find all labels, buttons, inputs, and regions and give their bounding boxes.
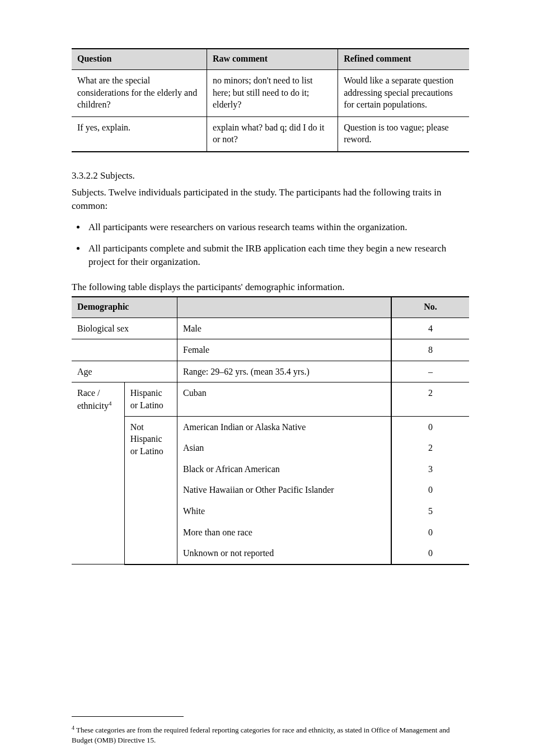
table-row: Biological sex Male 4 [72,318,469,339]
table-demographics: Demographic No. Biological sex Male 4 Fe… [72,296,469,565]
table-caption: The following table displays the partici… [72,282,469,293]
bullet-list: All participants were researchers on var… [82,221,469,269]
footnote-rule [72,716,184,717]
footnote-text: 4 These categories are from the required… [72,724,469,745]
list-item: All participants were researchers on var… [86,221,469,234]
table-comments: Question Raw comment Refined comment Wha… [72,48,469,152]
table-row: What are the special considerations for … [72,70,469,117]
col-demographic: Demographic [72,297,177,318]
list-item: All participants complete and submit the… [86,242,469,269]
col-raw-comment: Raw comment [207,49,338,70]
col-blank [177,297,391,318]
table-row: Female 8 [72,339,469,361]
table-row: If yes, explain. explain what? bad q; di… [72,116,469,152]
col-refined-comment: Refined comment [338,49,469,70]
col-number: No. [391,297,469,318]
col-question: Question [72,49,207,70]
cell-race-ethnicity: Race / ethnicity4 [72,382,124,564]
table-row: Race / ethnicity4 Hispanic or Latino Cub… [72,382,469,416]
table-row: Not Hispanic or Latino American Indian o… [72,416,469,437]
section-subhead: 3.3.2.2 Subjects. [72,170,469,181]
section-paragraph: Subjects. Twelve individuals participate… [72,186,469,213]
table-row: Age Range: 29–62 yrs. (mean 35.4 yrs.) – [72,361,469,382]
